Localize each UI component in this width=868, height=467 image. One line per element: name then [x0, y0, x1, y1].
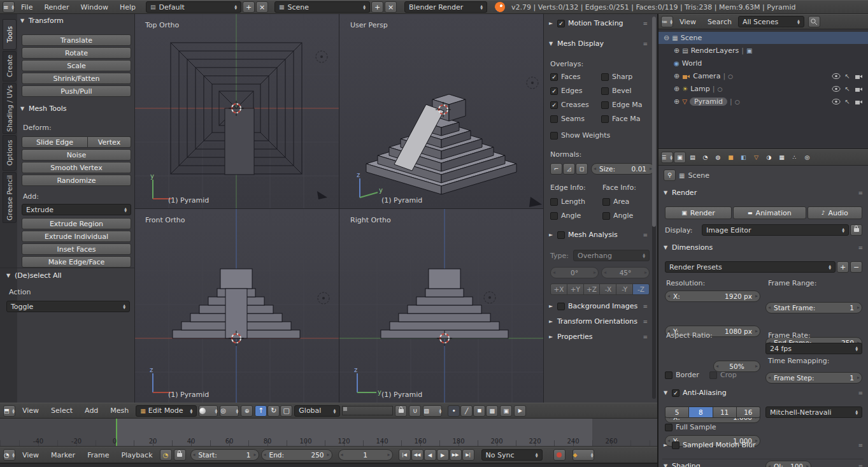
panel-grip-icon[interactable]	[858, 245, 864, 251]
face-mark-checkbox-row[interactable]: Face Ma	[601, 115, 641, 123]
axis-plus-z-button[interactable]: +Z	[584, 284, 601, 295]
axis-plus-y-button[interactable]: +Y	[567, 284, 584, 295]
action-select[interactable]: Toggle	[6, 301, 130, 312]
face-area-checkbox[interactable]	[602, 198, 610, 206]
mesh-tools-panel-header[interactable]: Mesh Tools	[19, 104, 134, 113]
panel-grip-icon[interactable]	[643, 20, 648, 27]
hide-toggle-eye-icon[interactable]	[832, 73, 841, 79]
crop-checkbox[interactable]	[709, 371, 717, 379]
auto-keyframe-toggle[interactable]	[553, 449, 566, 461]
panel-grip-icon[interactable]	[858, 442, 864, 449]
sharp-checkbox[interactable]	[601, 73, 609, 81]
lock-interface-toggle[interactable]	[850, 224, 862, 236]
panel-grip-icon[interactable]	[858, 390, 864, 396]
mesh-analysis-checkbox[interactable]	[557, 231, 565, 239]
menu-marker[interactable]: Marker	[46, 451, 80, 459]
face-normals-toggle[interactable]	[576, 163, 588, 175]
tab-texture[interactable]	[776, 152, 788, 163]
pivot-point-select[interactable]	[220, 405, 239, 417]
panel-grip-icon[interactable]	[643, 232, 648, 238]
transform-panel-header[interactable]: Transform	[19, 17, 134, 25]
sync-mode-select[interactable]: No Sync	[481, 449, 543, 461]
panel-grip-icon[interactable]	[643, 303, 648, 310]
view-properties-scrollbar[interactable]	[652, 17, 656, 399]
translate-button[interactable]: Translate	[22, 34, 131, 46]
properties-editor-type-button[interactable]	[661, 152, 673, 163]
keying-set-button[interactable]	[573, 449, 594, 461]
menu-frame[interactable]: Frame	[82, 451, 114, 459]
face-mark-checkbox[interactable]	[601, 115, 609, 123]
edge-angle-checkbox-row[interactable]: Angle	[550, 212, 581, 220]
outliner-row-camera[interactable]: Camera |	[674, 70, 733, 82]
faces-checkbox[interactable]	[550, 73, 558, 81]
aa-samples-5-button[interactable]: 5	[665, 406, 689, 418]
render-toggle-camera-icon[interactable]	[855, 73, 863, 80]
extrude-menu[interactable]: Extrude	[22, 204, 131, 215]
outliner-scope-select[interactable]: All Scenes	[738, 16, 804, 27]
face-angle-checkbox-row[interactable]: Angle	[602, 212, 633, 220]
creases-checkbox[interactable]	[550, 101, 558, 109]
full-sample-checkbox-row[interactable]: Full Sample	[665, 423, 716, 431]
snap-toggle[interactable]	[409, 405, 421, 417]
active-layer-cell[interactable]	[343, 407, 347, 411]
face-area-checkbox-row[interactable]: Area	[602, 198, 629, 206]
scale-button[interactable]: Scale	[22, 60, 131, 71]
tab-physics[interactable]	[801, 152, 813, 163]
tab-render-layers[interactable]	[687, 152, 699, 163]
jump-to-start-button[interactable]	[399, 449, 411, 461]
transform-orientation-select[interactable]: Global	[294, 405, 340, 417]
edge-length-checkbox-row[interactable]: Length	[550, 198, 585, 206]
randomize-button[interactable]: Randomize	[22, 175, 131, 186]
selectable-toggle-icon[interactable]	[845, 98, 850, 105]
aa-filter-select[interactable]: Mitchell-Netravali	[765, 406, 862, 418]
menu-view[interactable]: View	[674, 18, 701, 26]
layers-widget[interactable]	[342, 406, 393, 415]
opengl-render-anim-button[interactable]	[514, 405, 526, 417]
outliner-row-scene[interactable]: Scene	[664, 32, 702, 44]
previous-keyframe-button[interactable]	[411, 449, 423, 461]
shading-panel-header[interactable]: Shading	[662, 459, 864, 467]
anti-aliasing-panel-header[interactable]: Anti-Aliasing	[662, 389, 864, 397]
menu-search[interactable]: Search	[702, 18, 737, 26]
remove-preset-button[interactable]	[850, 261, 862, 273]
opengl-render-still-button[interactable]	[500, 405, 512, 417]
tab-material[interactable]	[763, 152, 775, 163]
full-sample-checkbox[interactable]	[665, 424, 672, 431]
timeline-editor-type-button[interactable]	[3, 449, 15, 461]
context-pin-button[interactable]	[664, 169, 676, 181]
viewport-top-ortho[interactable]: y Top Ortho (1) Pyramid	[135, 14, 339, 208]
delete-scene-button[interactable]	[385, 1, 397, 13]
play-reverse-button[interactable]	[424, 449, 436, 461]
loop-normals-toggle[interactable]	[563, 163, 575, 175]
end-frame-field[interactable]: End:250	[261, 449, 332, 461]
start-frame-field[interactable]: Start:1	[190, 449, 259, 461]
menu-file[interactable]: File	[16, 3, 38, 11]
border-checkbox-row[interactable]: Border	[665, 371, 699, 379]
next-keyframe-button[interactable]	[450, 449, 462, 461]
collapsed-editor-strip[interactable]	[0, 463, 657, 467]
render-still-button[interactable]: Render	[665, 206, 732, 219]
use-preview-range-toggle[interactable]	[160, 449, 172, 461]
shrink-fatten-button[interactable]: Shrink/Fatten	[22, 73, 131, 84]
show-weights-checkbox-row[interactable]: Show Weights	[550, 131, 610, 140]
mesh-analysis-panel-header[interactable]: Mesh Analysis	[548, 231, 648, 239]
quad-divider-v[interactable]	[339, 14, 339, 403]
scale-manipulator-toggle[interactable]	[280, 405, 292, 417]
slide-vertex-button[interactable]: Vertex	[88, 136, 131, 148]
tab-modifiers[interactable]	[737, 152, 750, 163]
expand-icon[interactable]	[674, 97, 679, 106]
outliner-item-label[interactable]: Scene	[681, 34, 702, 42]
render-panel-header[interactable]: Render	[662, 189, 864, 197]
aa-samples-8-button[interactable]: 8	[689, 406, 713, 418]
outliner-item-label[interactable]: World	[682, 59, 702, 68]
analysis-type-select[interactable]: Overhang	[573, 250, 650, 261]
render-toggle-camera-icon[interactable]	[855, 99, 863, 105]
expand-icon[interactable]	[674, 47, 679, 55]
transform-orientations-panel-header[interactable]: Transform Orientations	[548, 317, 648, 326]
push-pull-button[interactable]: Push/Pull	[22, 85, 131, 97]
tab-shading-uvs[interactable]: Shading / UVs	[3, 83, 17, 134]
snap-element-select[interactable]	[423, 405, 442, 417]
outliner-editor-type-button[interactable]	[661, 16, 673, 27]
background-images-checkbox[interactable]	[557, 303, 565, 310]
tab-scene[interactable]	[699, 152, 711, 163]
